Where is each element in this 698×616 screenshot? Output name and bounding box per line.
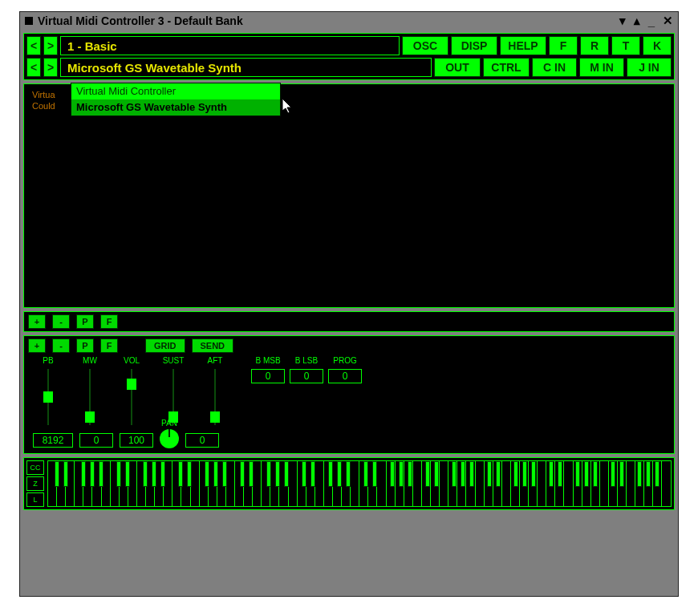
black-key[interactable] xyxy=(558,461,562,487)
num-value[interactable]: 0 xyxy=(290,369,323,383)
black-key[interactable] xyxy=(266,461,271,487)
p-button-2[interactable]: P xyxy=(76,338,94,353)
f-small-button[interactable]: F xyxy=(100,314,118,329)
white-key[interactable] xyxy=(563,461,572,506)
black-key[interactable] xyxy=(152,461,156,487)
send-button[interactable]: SEND xyxy=(192,338,234,353)
preset-prev-button[interactable]: < xyxy=(26,36,41,55)
white-key[interactable] xyxy=(376,461,385,506)
dropdown-item[interactable]: Virtual Midi Controller xyxy=(71,83,280,99)
black-key[interactable] xyxy=(222,461,227,487)
black-key[interactable] xyxy=(240,461,245,487)
black-key[interactable] xyxy=(143,461,148,487)
preset-display[interactable]: 1 - Basic xyxy=(60,36,400,55)
black-key[interactable] xyxy=(310,461,315,487)
vol-value[interactable]: 100 xyxy=(120,433,153,448)
pb-slider[interactable]: PB xyxy=(33,356,63,425)
black-key[interactable] xyxy=(187,461,192,487)
close-icon[interactable]: ✕ xyxy=(663,14,673,28)
white-key[interactable] xyxy=(661,461,670,506)
slider-track[interactable] xyxy=(214,369,216,425)
aft-value[interactable]: 0 xyxy=(185,433,219,448)
slider-thumb[interactable] xyxy=(43,391,53,403)
black-key[interactable] xyxy=(399,461,404,487)
r-button[interactable]: R xyxy=(580,36,609,55)
black-key[interactable] xyxy=(611,461,615,487)
black-key[interactable] xyxy=(408,461,412,487)
black-key[interactable] xyxy=(584,461,589,487)
black-key[interactable] xyxy=(496,461,501,487)
black-key[interactable] xyxy=(390,461,395,487)
black-key[interactable] xyxy=(425,461,430,487)
cin-button[interactable]: C IN xyxy=(532,58,577,77)
plus-button-2[interactable]: + xyxy=(28,338,46,353)
black-key[interactable] xyxy=(63,461,68,487)
black-key[interactable] xyxy=(549,461,554,487)
black-key[interactable] xyxy=(160,461,165,487)
dropdown-item-selected[interactable]: Microsoft GS Wavetable Synth xyxy=(71,99,280,116)
help-button[interactable]: HELP xyxy=(500,36,546,55)
black-key[interactable] xyxy=(593,461,598,487)
black-key[interactable] xyxy=(205,461,209,487)
white-key[interactable] xyxy=(475,461,484,506)
black-key[interactable] xyxy=(575,461,580,487)
min-button[interactable]: M IN xyxy=(579,58,624,77)
caret-up-icon[interactable]: ▴ xyxy=(634,14,640,28)
black-key[interactable] xyxy=(461,461,465,487)
black-key[interactable] xyxy=(522,461,527,487)
black-key[interactable] xyxy=(487,461,492,487)
white-key[interactable] xyxy=(412,461,421,506)
black-key[interactable] xyxy=(125,461,130,487)
black-key[interactable] xyxy=(90,461,95,487)
white-key[interactable] xyxy=(288,461,297,506)
white-key[interactable] xyxy=(626,461,635,506)
black-key[interactable] xyxy=(284,461,289,487)
black-key[interactable] xyxy=(346,461,351,487)
black-key[interactable] xyxy=(55,461,59,487)
white-key[interactable] xyxy=(537,461,546,506)
slider-track[interactable] xyxy=(89,369,91,425)
device-dropdown[interactable]: Virtual Midi Controller Microsoft GS Wav… xyxy=(71,83,281,116)
white-key[interactable] xyxy=(599,461,608,506)
slider-track[interactable] xyxy=(47,369,49,425)
black-key[interactable] xyxy=(337,461,342,487)
keyboard[interactable] xyxy=(47,460,672,507)
white-key[interactable] xyxy=(350,461,359,506)
black-key[interactable] xyxy=(116,461,121,487)
white-key[interactable] xyxy=(315,461,323,506)
preset-next-button[interactable]: > xyxy=(43,36,58,55)
device-next-button[interactable]: > xyxy=(43,58,58,77)
device-prev-button[interactable]: < xyxy=(26,58,41,77)
black-key[interactable] xyxy=(178,461,183,487)
black-key[interactable] xyxy=(275,461,280,487)
p-button[interactable]: P xyxy=(76,314,94,329)
ctrl-button[interactable]: CTRL xyxy=(483,58,530,77)
black-key[interactable] xyxy=(302,461,306,487)
num-value[interactable]: 0 xyxy=(251,369,285,383)
num-value[interactable]: 0 xyxy=(328,369,362,383)
white-key[interactable] xyxy=(439,461,448,506)
slider-track[interactable] xyxy=(131,369,132,425)
vol-slider[interactable]: VOL xyxy=(116,356,147,425)
sust-slider[interactable]: SUST xyxy=(158,356,189,425)
z-button[interactable]: Z xyxy=(26,476,44,491)
black-key[interactable] xyxy=(99,461,103,487)
minus-button-2[interactable]: - xyxy=(52,338,70,353)
mw-value[interactable]: 0 xyxy=(79,433,113,448)
black-key[interactable] xyxy=(469,461,474,487)
slider-track[interactable] xyxy=(172,369,174,425)
l-button[interactable]: L xyxy=(26,492,44,507)
slider-thumb[interactable] xyxy=(168,411,178,423)
f-button[interactable]: F xyxy=(549,36,578,55)
black-key[interactable] xyxy=(363,461,368,487)
minus-button[interactable]: - xyxy=(52,314,70,329)
f-small-button-2[interactable]: F xyxy=(100,338,118,353)
mw-slider[interactable]: MW xyxy=(75,356,105,425)
pan-knob[interactable] xyxy=(160,429,179,448)
black-key[interactable] xyxy=(619,461,624,487)
black-key[interactable] xyxy=(531,461,536,487)
black-key[interactable] xyxy=(513,461,518,487)
disp-button[interactable]: DISP xyxy=(451,36,497,55)
white-key[interactable] xyxy=(501,461,510,506)
cc-button[interactable]: CC xyxy=(26,460,44,475)
